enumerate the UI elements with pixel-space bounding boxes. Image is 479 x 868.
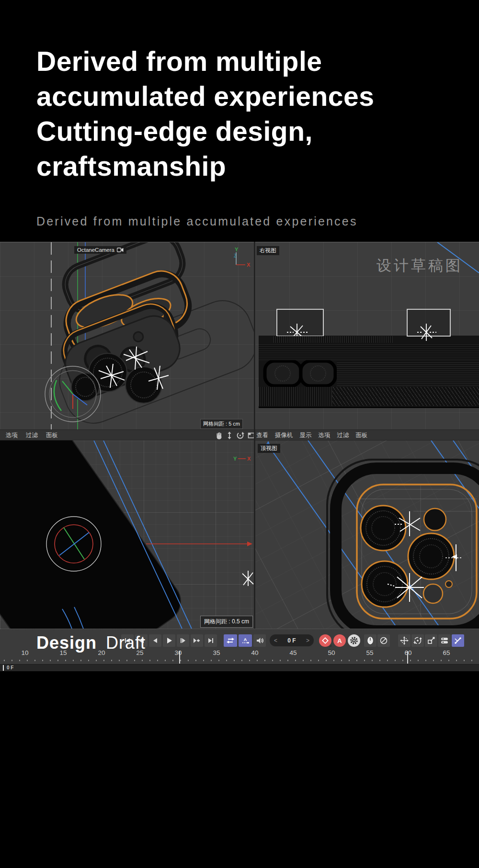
ruler-number: 20 [82, 649, 121, 656]
grid-spacing-tag: 网格间距 : 0.5 cm [200, 616, 253, 628]
ruler-number: 55 [351, 649, 389, 656]
tool-buttons [398, 634, 464, 647]
perspective-scene [0, 242, 254, 430]
camera-lens [361, 506, 406, 551]
frame-number-field[interactable]: < 0 F > [270, 634, 314, 646]
ruler-number: 35 [197, 649, 236, 656]
viewport-label-top-view: 顶视图 [258, 444, 280, 453]
sparkle-highlight [242, 571, 253, 586]
previous-frame-button[interactable] [149, 634, 161, 647]
rotate-tool-button[interactable] [411, 634, 424, 647]
current-frame-label: 0 F [7, 665, 13, 670]
rotate-icon [413, 636, 422, 645]
lidar-circle [423, 584, 443, 603]
front-view-overlay [0, 440, 254, 629]
menu-item[interactable]: 面板 [356, 431, 368, 440]
viewport-front-view[interactable]: Y X 网格间距 : 0.5 cm [0, 440, 254, 629]
profile-hatch [259, 387, 332, 406]
autokey-button[interactable]: A [239, 634, 252, 647]
go-to-end-button[interactable] [205, 634, 217, 647]
mouse-icon [366, 636, 375, 645]
ruler-number: 40 [236, 649, 274, 656]
animation-toolbar: A < 0 F > [0, 629, 479, 664]
menu-item[interactable]: 过滤 [26, 431, 38, 440]
watermark-design-sketch: 设计草稿图 [376, 256, 463, 276]
menu-item[interactable]: 显示 [300, 431, 312, 440]
camera-label-text: OctaneCamera [77, 247, 114, 253]
axis-gizmo: Y X [231, 454, 253, 463]
menu-item[interactable]: 面板 [46, 431, 58, 440]
viewport-nav-icons [216, 431, 255, 440]
viewport-label-right-view: 右视图 [257, 246, 279, 255]
viewport-divider[interactable] [254, 242, 255, 629]
hero-subtitle: Derived from multiple accumulated experi… [36, 214, 358, 228]
viewport-menu-left: 选项过滤面板 [6, 430, 58, 441]
profile-hatch [274, 336, 393, 343]
rotate-view-icon[interactable] [236, 431, 244, 440]
playhead[interactable] [3, 665, 4, 671]
sound-button[interactable] [253, 634, 266, 647]
top-view-scene [255, 440, 479, 629]
axis-gizmo: Y Z X [231, 245, 253, 270]
ruler-major-tick [407, 651, 408, 664]
viewport-right-view[interactable]: 右视图 设计草稿图 [255, 242, 479, 430]
next-key-button[interactable] [191, 634, 203, 647]
keying-settings-button[interactable] [348, 634, 360, 647]
menu-item[interactable]: 选项 [319, 431, 331, 440]
frame-next-chevron[interactable]: > [306, 637, 309, 644]
scale-tool-button[interactable] [425, 634, 437, 647]
loop-mode-button[interactable] [224, 634, 237, 647]
svg-text:X: X [247, 262, 251, 268]
menu-item[interactable]: 查看 [256, 431, 268, 440]
hero-title-line: Cutting-edge design, [36, 114, 374, 149]
ruler-number: 50 [312, 649, 351, 656]
scale-icon [427, 636, 435, 645]
hero-title-line: Derived from multiple [36, 44, 374, 79]
ruler-number: 10 [6, 649, 44, 656]
camera-lens [408, 533, 454, 579]
viewport-top-view[interactable]: 顶视图 [255, 440, 479, 629]
hero-title: Derived from multipleaccumulated experie… [36, 44, 374, 184]
coordinates-button[interactable] [438, 634, 451, 647]
viewport-menu-right: 查看摄像机显示选项过滤面板 [256, 430, 368, 441]
record-keyframe-button[interactable] [319, 634, 331, 647]
profile-hatch [337, 361, 479, 386]
menu-item[interactable]: 摄像机 [275, 431, 293, 440]
playback-option-buttons: A [224, 634, 266, 647]
menu-item[interactable]: 选项 [6, 431, 18, 440]
viewport-menu-strip: 选项过滤面板 查看摄像机显示 [0, 429, 479, 440]
viewport-perspective[interactable]: OctaneCamera Y Z X 网格间距 : 5 cm [0, 242, 254, 430]
camera-label[interactable]: OctaneCamera [74, 246, 126, 254]
ruler-tick-dots [4, 660, 475, 661]
snap-icon [454, 636, 462, 645]
mic-dot [445, 581, 452, 587]
ruler-number: 15 [44, 649, 82, 656]
timeline-strip[interactable]: 0 F [0, 664, 479, 671]
hero-title-line: accumulated experiences [36, 79, 374, 114]
ruler-number: 45 [274, 649, 312, 656]
page: Derived from multipleaccumulated experie… [0, 0, 479, 868]
svg-text:X: X [247, 456, 251, 462]
frame-prev-chevron[interactable]: < [274, 637, 277, 644]
timeline-ruler[interactable]: 101520253035404550556065 [6, 649, 466, 656]
dial-icon [379, 636, 388, 645]
frame-value: 0 F [287, 637, 296, 644]
svg-text:A: A [244, 637, 247, 642]
svg-text:Y: Y [233, 456, 237, 462]
svg-text:Y: Y [235, 247, 239, 252]
camera-icon [117, 248, 124, 252]
camera-lens [362, 561, 408, 607]
position-key-button[interactable] [364, 634, 376, 647]
pan-hand-icon[interactable] [216, 431, 223, 440]
ruler-number: 30 [159, 649, 197, 656]
rotation-key-button[interactable] [377, 634, 390, 647]
key-filter-buttons [364, 634, 390, 647]
autokey-record-button[interactable]: A [333, 634, 346, 647]
next-frame-button[interactable] [177, 634, 189, 647]
zoom-icon[interactable] [226, 431, 233, 440]
play-button[interactable] [163, 634, 175, 647]
snap-toggle-button[interactable] [452, 634, 464, 647]
move-tool-button[interactable] [398, 634, 411, 647]
gear-icon [348, 634, 360, 647]
menu-item[interactable]: 过滤 [337, 431, 349, 440]
